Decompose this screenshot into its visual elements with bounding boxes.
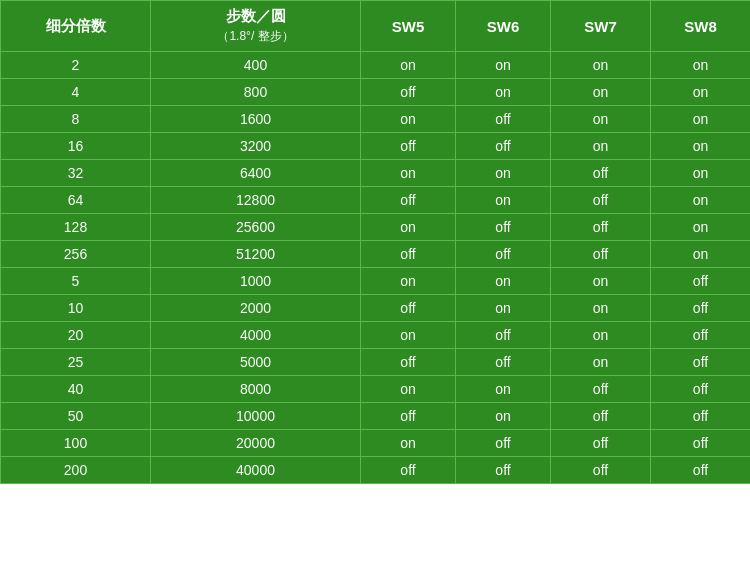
cell-steps-row7: 51200: [151, 241, 361, 268]
cell-multiplier-row2: 8: [1, 106, 151, 133]
cell-sw5-row13: off: [361, 403, 456, 430]
cell-sw6-row5: on: [456, 187, 551, 214]
table-wrapper: 细分倍数步数／圆（1.8°/ 整步）SW5SW6SW7SW8 2400onono…: [0, 0, 750, 566]
cell-sw7-row8: on: [551, 268, 651, 295]
cell-multiplier-row14: 100: [1, 430, 151, 457]
cell-sw5-row4: on: [361, 160, 456, 187]
cell-steps-row2: 1600: [151, 106, 361, 133]
cell-sw7-row7: off: [551, 241, 651, 268]
cell-steps-row12: 8000: [151, 376, 361, 403]
cell-steps-row10: 4000: [151, 322, 361, 349]
cell-sw8-row9: off: [651, 295, 751, 322]
table-row: 10020000onoffoffoff: [1, 430, 751, 457]
cell-sw7-row14: off: [551, 430, 651, 457]
cell-sw5-row5: off: [361, 187, 456, 214]
table-row: 12825600onoffoffon: [1, 214, 751, 241]
cell-sw6-row12: on: [456, 376, 551, 403]
cell-sw7-row5: off: [551, 187, 651, 214]
cell-sw5-row0: on: [361, 52, 456, 79]
cell-steps-row14: 20000: [151, 430, 361, 457]
table-row: 255000offoffonoff: [1, 349, 751, 376]
cell-sw7-row6: off: [551, 214, 651, 241]
cell-sw6-row10: off: [456, 322, 551, 349]
cell-sw7-row13: off: [551, 403, 651, 430]
cell-sw6-row4: on: [456, 160, 551, 187]
cell-sw8-row14: off: [651, 430, 751, 457]
cell-multiplier-row3: 16: [1, 133, 151, 160]
main-table: 细分倍数步数／圆（1.8°/ 整步）SW5SW6SW7SW8 2400onono…: [0, 0, 750, 484]
cell-sw5-row9: off: [361, 295, 456, 322]
cell-sw6-row1: on: [456, 79, 551, 106]
table-row: 6412800offonoffon: [1, 187, 751, 214]
table-row: 408000ononoffoff: [1, 376, 751, 403]
cell-sw7-row0: on: [551, 52, 651, 79]
cell-sw5-row14: on: [361, 430, 456, 457]
cell-multiplier-row0: 2: [1, 52, 151, 79]
table-row: 81600onoffonon: [1, 106, 751, 133]
cell-sw7-row1: on: [551, 79, 651, 106]
cell-sw8-row5: on: [651, 187, 751, 214]
cell-sw6-row13: on: [456, 403, 551, 430]
table-row: 4800offononon: [1, 79, 751, 106]
cell-sw8-row4: on: [651, 160, 751, 187]
table-row: 102000offononoff: [1, 295, 751, 322]
table-row: 20040000offoffoffoff: [1, 457, 751, 484]
watermark-label: 头条@PLC发烧友: [639, 540, 743, 558]
column-header-sw7: SW7: [551, 1, 651, 52]
table-row: 5010000offonoffoff: [1, 403, 751, 430]
cell-multiplier-row9: 10: [1, 295, 151, 322]
cell-sw6-row6: off: [456, 214, 551, 241]
cell-sw8-row12: off: [651, 376, 751, 403]
cell-sw6-row15: off: [456, 457, 551, 484]
cell-steps-row5: 12800: [151, 187, 361, 214]
column-header-sw6: SW6: [456, 1, 551, 52]
cell-sw7-row10: on: [551, 322, 651, 349]
cell-sw6-row8: on: [456, 268, 551, 295]
cell-steps-row3: 3200: [151, 133, 361, 160]
cell-sw8-row10: off: [651, 322, 751, 349]
cell-steps-row1: 800: [151, 79, 361, 106]
cell-sw6-row3: off: [456, 133, 551, 160]
cell-steps-row0: 400: [151, 52, 361, 79]
cell-sw6-row14: off: [456, 430, 551, 457]
cell-sw5-row10: on: [361, 322, 456, 349]
cell-sw8-row0: on: [651, 52, 751, 79]
cell-multiplier-row4: 32: [1, 160, 151, 187]
cell-sw6-row7: off: [456, 241, 551, 268]
cell-sw5-row15: off: [361, 457, 456, 484]
cell-sw6-row9: on: [456, 295, 551, 322]
cell-steps-row8: 1000: [151, 268, 361, 295]
cell-multiplier-row7: 256: [1, 241, 151, 268]
cell-sw8-row1: on: [651, 79, 751, 106]
cell-sw6-row0: on: [456, 52, 551, 79]
cell-multiplier-row12: 40: [1, 376, 151, 403]
cell-sw8-row11: off: [651, 349, 751, 376]
cell-steps-row11: 5000: [151, 349, 361, 376]
cell-sw5-row2: on: [361, 106, 456, 133]
cell-sw7-row3: on: [551, 133, 651, 160]
cell-sw8-row6: on: [651, 214, 751, 241]
cell-sw7-row4: off: [551, 160, 651, 187]
table-row: 25651200offoffoffon: [1, 241, 751, 268]
cell-multiplier-row8: 5: [1, 268, 151, 295]
column-header-sw8: SW8: [651, 1, 751, 52]
cell-sw5-row8: on: [361, 268, 456, 295]
column-header-sw5: SW5: [361, 1, 456, 52]
cell-multiplier-row15: 200: [1, 457, 151, 484]
cell-sw5-row1: off: [361, 79, 456, 106]
table-row: 204000onoffonoff: [1, 322, 751, 349]
cell-sw8-row8: off: [651, 268, 751, 295]
cell-sw5-row12: on: [361, 376, 456, 403]
cell-sw7-row2: on: [551, 106, 651, 133]
cell-sw6-row11: off: [456, 349, 551, 376]
cell-sw8-row13: off: [651, 403, 751, 430]
cell-multiplier-row6: 128: [1, 214, 151, 241]
cell-sw7-row9: on: [551, 295, 651, 322]
cell-multiplier-row5: 64: [1, 187, 151, 214]
cell-sw6-row2: off: [456, 106, 551, 133]
cell-sw8-row15: off: [651, 457, 751, 484]
cell-sw7-row12: off: [551, 376, 651, 403]
cell-multiplier-row13: 50: [1, 403, 151, 430]
column-header-steps: 步数／圆（1.8°/ 整步）: [151, 1, 361, 52]
cell-steps-row6: 25600: [151, 214, 361, 241]
